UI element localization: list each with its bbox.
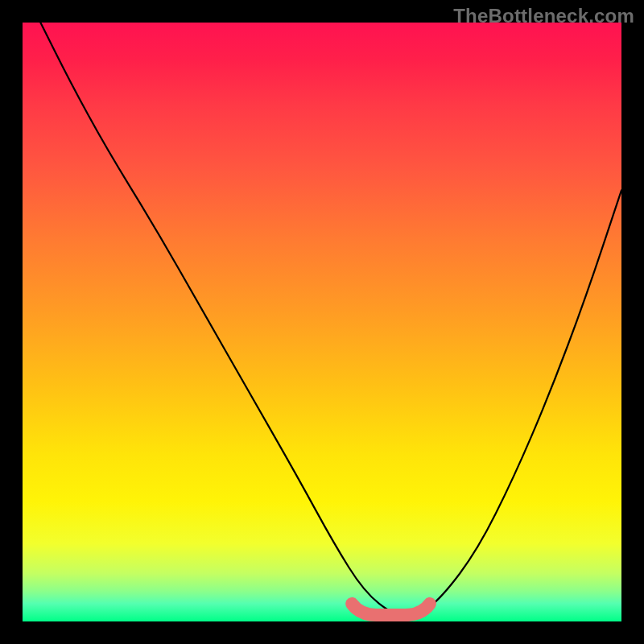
curve-layer bbox=[23, 23, 621, 621]
bottleneck-curve bbox=[40, 23, 621, 616]
minimum-marker bbox=[352, 604, 430, 615]
chart-plot-area bbox=[23, 23, 621, 621]
chart-frame: TheBottleneck.com bbox=[0, 0, 644, 644]
